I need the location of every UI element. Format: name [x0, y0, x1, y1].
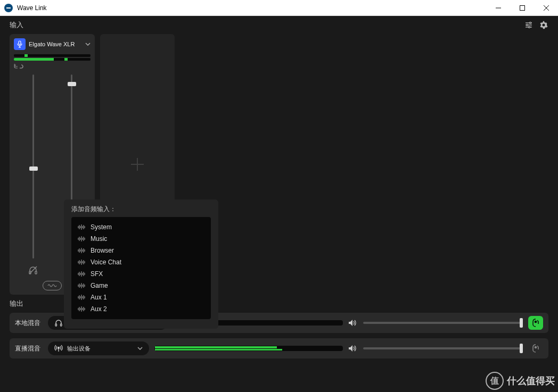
svg-line-15: [29, 266, 37, 274]
stream-mix-row: 直播混音 输出设备: [10, 338, 548, 358]
headphones-icon: [54, 319, 63, 327]
link-channels-icon[interactable]: [14, 64, 91, 69]
stream-level-meter: [154, 346, 343, 351]
input-section-label: 输入: [10, 20, 23, 30]
item-label: Game: [91, 282, 108, 289]
svg-point-5: [530, 22, 531, 24]
broadcast-icon: [54, 345, 63, 352]
svg-point-7: [527, 24, 528, 26]
input-header: 输入: [0, 16, 558, 34]
watermark-badge: 值: [486, 372, 504, 390]
item-label: Aux 2: [91, 305, 107, 313]
waveform-icon: [78, 283, 85, 288]
item-label: Browser: [91, 247, 114, 254]
maximize-button[interactable]: [510, 0, 534, 16]
svg-rect-1: [520, 5, 524, 10]
item-label: Voice Chat: [91, 258, 121, 266]
popup-item-music[interactable]: Music: [78, 233, 204, 245]
popup-item-browser[interactable]: Browser: [78, 245, 204, 256]
waveform-icon: [78, 260, 85, 265]
waveform-icon: [78, 248, 85, 253]
svg-point-9: [529, 27, 530, 28]
waveform-icon: [78, 271, 85, 277]
svg-rect-75: [55, 324, 57, 326]
popup-item-aux1[interactable]: Aux 1: [78, 291, 204, 303]
minimize-button[interactable]: [486, 0, 510, 16]
titlebar: Wave Link: [0, 0, 558, 16]
app-body: 输入 Elgato Wave XLR: [0, 16, 558, 392]
window-title: Wave Link: [17, 4, 47, 12]
stream-mix-label: 直播混音: [15, 344, 43, 353]
mixer-settings-icon[interactable]: [524, 20, 534, 30]
popup-item-aux2[interactable]: Aux 2: [78, 303, 204, 315]
local-volume-slider[interactable]: [363, 322, 523, 324]
popup-title: 添加音频输入：: [71, 205, 211, 214]
input-level-meter: [14, 54, 91, 61]
svg-point-78: [58, 347, 60, 349]
svg-rect-76: [61, 324, 62, 326]
svg-rect-10: [19, 41, 21, 45]
input-device-selector[interactable]: Elgato Wave XLR: [14, 38, 91, 50]
stream-device-selector[interactable]: 输出设备: [48, 341, 149, 355]
microphone-icon: [14, 38, 26, 50]
svg-point-80: [535, 347, 537, 348]
popup-item-game[interactable]: Game: [78, 280, 204, 291]
local-mix-label: 本地混音: [15, 319, 43, 328]
add-input-popup: 添加音频输入： System Music Browser Voice Chat …: [64, 199, 218, 329]
waveform-icon: [78, 224, 85, 230]
svg-rect-14: [35, 271, 37, 274]
popup-list: System Music Browser Voice Chat SFX Game…: [71, 217, 211, 319]
item-label: Aux 1: [91, 294, 107, 301]
waveform-icon: [78, 306, 85, 312]
popup-item-sfx[interactable]: SFX: [78, 268, 204, 280]
input-device-name: Elgato Wave XLR: [29, 41, 82, 47]
watermark: 值 什么值得买: [486, 372, 555, 390]
popup-item-voice-chat[interactable]: Voice Chat: [78, 256, 204, 268]
item-label: System: [91, 223, 112, 231]
headphones-mute-icon[interactable]: [27, 264, 39, 277]
plus-icon: [127, 154, 148, 175]
local-monitor-button[interactable]: [528, 316, 543, 330]
stream-device-name: 输出设备: [67, 345, 133, 353]
stream-monitor-button[interactable]: [528, 341, 543, 355]
effects-button[interactable]: [43, 281, 62, 290]
speaker-icon[interactable]: [348, 345, 358, 352]
window-controls: [486, 0, 558, 16]
waveform-icon: [78, 236, 85, 241]
chevron-down-icon: [137, 347, 143, 350]
popup-item-system[interactable]: System: [78, 221, 204, 233]
item-label: SFX: [91, 270, 103, 278]
watermark-text: 什么值得买: [507, 374, 555, 387]
meter-r: [14, 58, 54, 61]
waveform-icon: [78, 295, 85, 300]
chevron-down-icon: [85, 43, 91, 46]
svg-point-77: [535, 321, 537, 323]
stream-volume-slider[interactable]: [363, 347, 523, 349]
app-icon: [4, 4, 13, 12]
item-label: Music: [91, 235, 107, 243]
speaker-icon[interactable]: [348, 319, 358, 327]
close-button[interactable]: [534, 0, 558, 16]
gear-icon[interactable]: [539, 20, 548, 30]
monitor-volume-slider[interactable]: [28, 74, 38, 258]
